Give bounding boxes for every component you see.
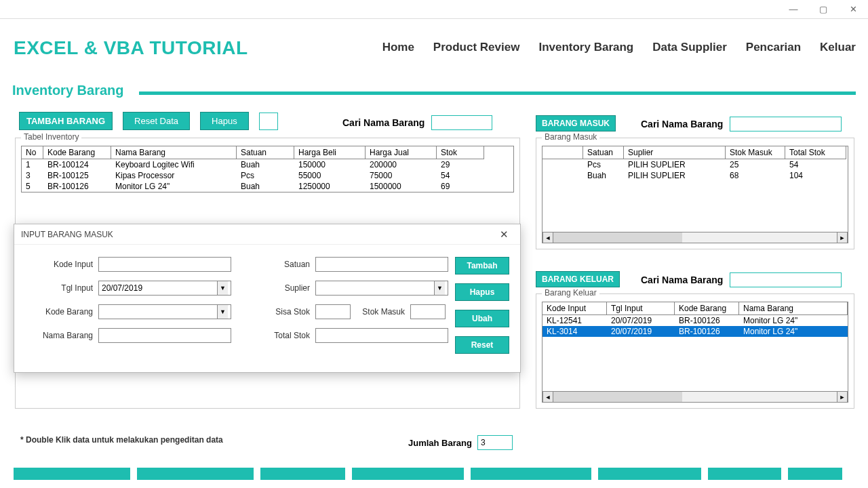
dialog-tambah-button[interactable]: Tambah: [455, 257, 509, 274]
section-title: Inventory Barang: [12, 83, 123, 98]
nav-product-review[interactable]: Product Review: [433, 41, 520, 54]
fieldset-masuk: Barang Masuk Satuan Suplier Stok Masuk T…: [536, 138, 854, 249]
dialog-reset-button[interactable]: Reset: [455, 336, 509, 354]
scroll-right-icon[interactable]: ►: [837, 232, 848, 243]
reset-data-button[interactable]: Reset Data: [123, 112, 190, 130]
legend-inventory: Tabel Inventory: [21, 132, 81, 142]
kode-input-field[interactable]: [98, 257, 231, 272]
scroll-left-icon[interactable]: ◄: [542, 392, 553, 402]
section-divider: [139, 92, 856, 95]
search-masuk-input[interactable]: [730, 117, 842, 131]
legend-keluar: Barang Keluar: [542, 288, 599, 298]
search-keluar-input[interactable]: [730, 272, 842, 287]
jumlah-input[interactable]: [477, 435, 513, 450]
barang-keluar-header[interactable]: BARANG KELUAR: [536, 271, 620, 287]
main-nav: Home Product Review Inventory Barang Dat…: [382, 41, 856, 54]
app-title: EXCEL & VBA TUTORIAL: [14, 37, 248, 59]
label-satuan: Satuan: [265, 260, 315, 269]
toolbar-small-box[interactable]: [259, 113, 278, 130]
scroll-left-icon[interactable]: ◄: [542, 232, 553, 243]
table-keluar-header: Kode Input Tgl Input Kode Barang Nama Ba…: [542, 302, 848, 315]
tgl-input-value: 20/07/2019: [102, 283, 142, 293]
table-row[interactable]: KL-301420/07/2019BR-100126Monitor LG 24": [542, 326, 848, 337]
window-maximize-button[interactable]: ▢: [808, 0, 838, 19]
dialog-titlebar: INPUT BARANG MASUK ✕: [14, 224, 520, 245]
scrollbar-keluar[interactable]: ◄ ►: [542, 391, 848, 402]
nav-pencarian[interactable]: Pencarian: [746, 41, 801, 54]
nav-keluar[interactable]: Keluar: [820, 41, 856, 54]
table-row[interactable]: 1BR-100124Keyboard Logitec WifiBuah15000…: [22, 159, 513, 170]
table-row[interactable]: 5BR-100126Monitor LG 24"Buah125000015000…: [22, 181, 513, 192]
dialog-title-text: INPUT BARANG MASUK: [21, 230, 113, 239]
bottom-bars: [14, 468, 854, 480]
suplier-combo[interactable]: ▼: [315, 281, 448, 296]
search-masuk-label: Cari Nama Barang: [641, 119, 723, 129]
nav-home[interactable]: Home: [382, 41, 414, 54]
jumlah-label: Jumlah Barang: [408, 438, 472, 448]
label-kode-input: Kode Input: [35, 260, 98, 269]
table-row[interactable]: KL-1254120/07/2019BR-100126Monitor LG 24…: [542, 315, 848, 326]
table-keluar[interactable]: Kode Input Tgl Input Kode Barang Nama Ba…: [542, 302, 848, 403]
label-nama-barang: Nama Barang: [35, 331, 98, 340]
table-inventory[interactable]: No Kode Barang Nama Barang Satuan Harga …: [21, 146, 514, 192]
scroll-thumb[interactable]: [553, 392, 682, 402]
footer-note: * Double Klik data untuk melakukan penge…: [20, 435, 223, 445]
label-kode-barang: Kode Barang: [35, 307, 98, 317]
tambah-barang-button[interactable]: TAMBAH BARANG: [19, 112, 113, 130]
nama-barang-field[interactable]: [98, 328, 231, 343]
dialog-hapus-button[interactable]: Hapus: [455, 283, 509, 301]
search-left-label: Cari Nama Barang: [342, 117, 425, 128]
dialog-close-button[interactable]: ✕: [494, 225, 513, 244]
label-stok-masuk: Stok Masuk: [351, 307, 410, 317]
kode-barang-combo[interactable]: ▼: [98, 304, 231, 319]
search-keluar-group: Cari Nama Barang: [641, 272, 842, 287]
nav-data-supplier[interactable]: Data Supplier: [652, 41, 727, 54]
label-sisa-stok: Sisa Stok: [265, 307, 315, 317]
window-titlebar: — ▢ ✕: [0, 0, 868, 19]
stok-masuk-field[interactable]: [410, 304, 446, 319]
fieldset-keluar: Barang Keluar Kode Input Tgl Input Kode …: [536, 293, 854, 409]
dialog-ubah-button[interactable]: Ubah: [455, 310, 509, 327]
window-close-button[interactable]: ✕: [838, 0, 868, 19]
satuan-field[interactable]: [315, 257, 448, 272]
table-inventory-header: No Kode Barang Nama Barang Satuan Harga …: [22, 146, 513, 159]
label-total-stok: Total Stok: [265, 331, 315, 340]
jumlah-group: Jumlah Barang: [408, 435, 513, 450]
scroll-thumb[interactable]: [553, 232, 682, 243]
table-row[interactable]: BuahPILIH SUPLIER68104: [542, 170, 848, 181]
input-barang-masuk-dialog: INPUT BARANG MASUK ✕ Kode Input Tgl Inpu…: [14, 224, 521, 373]
search-keluar-label: Cari Nama Barang: [641, 274, 723, 285]
table-masuk-header: Satuan Suplier Stok Masuk Total Stok: [542, 146, 848, 159]
nav-inventory[interactable]: Inventory Barang: [538, 41, 633, 54]
table-row[interactable]: PcsPILIH SUPLIER2554: [542, 159, 848, 170]
search-left-input[interactable]: [431, 115, 492, 130]
scroll-right-icon[interactable]: ►: [837, 392, 848, 402]
table-row[interactable]: 3BR-100125Kipas ProcessorPcs550007500054: [22, 170, 513, 181]
barang-masuk-header[interactable]: BARANG MASUK: [536, 115, 616, 131]
window-minimize-button[interactable]: —: [778, 0, 808, 19]
total-stok-field[interactable]: [315, 328, 448, 343]
chevron-down-icon: ▼: [434, 281, 445, 295]
scrollbar-masuk[interactable]: ◄ ►: [542, 232, 848, 243]
chevron-down-icon: ▼: [217, 305, 228, 319]
hapus-button[interactable]: Hapus: [200, 112, 249, 130]
toolbar: TAMBAH BARANG Reset Data Hapus: [19, 112, 278, 130]
table-masuk[interactable]: Satuan Suplier Stok Masuk Total Stok Pcs…: [542, 146, 848, 243]
sisa-stok-field[interactable]: [315, 304, 351, 319]
label-tgl-input: Tgl Input: [35, 283, 98, 293]
label-suplier: Suplier: [265, 283, 315, 293]
tgl-input-combo[interactable]: 20/07/2019 ▼: [98, 281, 231, 296]
search-left-group: Cari Nama Barang: [342, 115, 492, 130]
chevron-down-icon: ▼: [217, 281, 228, 295]
legend-masuk: Barang Masuk: [542, 132, 599, 142]
search-masuk-group: Cari Nama Barang: [641, 117, 842, 131]
